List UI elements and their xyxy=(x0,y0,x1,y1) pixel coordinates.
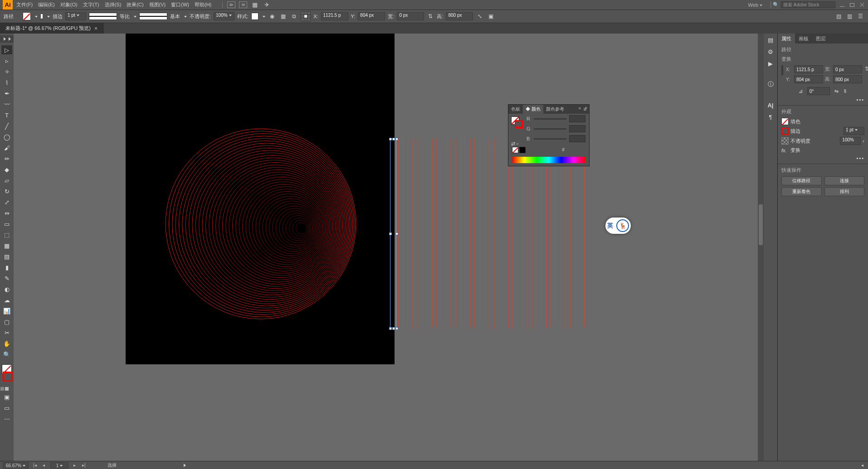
menu-file[interactable]: 文件(F) xyxy=(16,1,33,8)
vertical-scrollbar[interactable] xyxy=(758,34,764,461)
color-fill-stroke[interactable] xyxy=(511,116,523,128)
cb-icon-b[interactable]: ▥ xyxy=(845,12,853,20)
prop-y[interactable] xyxy=(794,75,823,83)
color-tab-swatches[interactable]: 色板 xyxy=(508,105,523,114)
selection-handle[interactable] xyxy=(389,327,392,330)
btn-recolor[interactable]: 重新着色 xyxy=(781,187,822,196)
line-tool[interactable]: ╱ xyxy=(1,121,12,131)
symbol-tool[interactable]: ☁ xyxy=(1,295,12,305)
mesh-tool[interactable]: ▨ xyxy=(1,252,12,261)
panel-icon-properties[interactable]: ▤ xyxy=(765,35,776,44)
hand-tool[interactable]: ✋ xyxy=(1,339,12,348)
nav-first[interactable]: |◂ xyxy=(32,463,38,468)
gradient-tool[interactable]: ▮ xyxy=(1,263,12,272)
width-profile[interactable] xyxy=(89,13,117,20)
panel-icon-para[interactable]: ¶ xyxy=(765,112,776,121)
prop-opacity-sw[interactable] xyxy=(781,137,789,145)
fx-label[interactable]: 变换 xyxy=(790,147,800,154)
transform-icon[interactable]: ⤡ xyxy=(476,12,484,20)
swap-icon[interactable]: ⇄ ▫ xyxy=(511,141,523,147)
more-appearance[interactable]: ••• xyxy=(856,155,864,161)
fill-swatch[interactable] xyxy=(23,12,31,20)
type-tool[interactable]: T xyxy=(1,111,12,120)
btn-arrange[interactable]: 排列 xyxy=(824,187,865,196)
document-close-icon[interactable]: × xyxy=(94,25,98,31)
eyedropper-tool[interactable]: ✎ xyxy=(1,274,12,283)
menu-help[interactable]: 帮助(H) xyxy=(195,1,211,8)
val-r[interactable] xyxy=(569,115,585,122)
w-input[interactable]: 0 px xyxy=(397,12,424,20)
val-b[interactable] xyxy=(569,135,585,142)
isolate-icon[interactable]: ▣ xyxy=(487,12,495,20)
fill-dropdown[interactable] xyxy=(34,14,38,19)
val-g[interactable] xyxy=(569,125,585,132)
slider-b[interactable] xyxy=(534,138,566,140)
stroke-swatch[interactable] xyxy=(41,13,42,19)
brush-def[interactable] xyxy=(139,13,167,20)
btn-offset-path[interactable]: 位移路径 xyxy=(781,176,822,185)
menu-view[interactable]: 视图(V) xyxy=(149,1,166,8)
align-icon[interactable]: ▦ xyxy=(279,12,287,20)
recolor-icon[interactable]: ◉ xyxy=(268,12,276,20)
free-transform-tool[interactable]: ▭ xyxy=(1,219,12,228)
cb-menu-icon[interactable]: ☰ xyxy=(856,12,864,20)
zoom-field[interactable]: 66.67% xyxy=(3,462,29,469)
selection-handle[interactable] xyxy=(395,138,398,140)
panel-icon-play[interactable]: ▶ xyxy=(765,59,776,68)
window-maximize-icon[interactable] xyxy=(849,2,855,8)
selection-handle[interactable] xyxy=(389,138,392,140)
prop-angle[interactable] xyxy=(807,87,830,95)
blob-brush-tool[interactable]: ✏ xyxy=(1,154,12,163)
black-swatch[interactable] xyxy=(519,147,526,153)
flip-v-icon[interactable]: ⥮ xyxy=(843,88,847,94)
pen-tool[interactable]: ✒ xyxy=(1,89,12,98)
prop-x[interactable] xyxy=(794,65,823,73)
blend-tool[interactable]: ◐ xyxy=(1,285,12,294)
flip-h-icon[interactable]: ⇋ xyxy=(834,88,839,94)
menu-edit[interactable]: 编辑(E) xyxy=(38,1,55,8)
selection-handle[interactable] xyxy=(392,138,395,140)
window-minimize-icon[interactable] xyxy=(839,2,845,8)
stroke-label[interactable]: 描边 xyxy=(53,13,63,20)
prop-h[interactable] xyxy=(833,75,862,83)
style-swatch[interactable] xyxy=(251,13,258,20)
artboard-field[interactable]: 1 xyxy=(50,462,68,469)
magic-wand-tool[interactable]: ✧ xyxy=(1,67,12,76)
selection-box[interactable] xyxy=(390,139,396,328)
workspace-switcher[interactable]: Web xyxy=(748,2,762,8)
selection-handle[interactable] xyxy=(395,327,398,330)
panel-icon-gear[interactable]: ⚙ xyxy=(765,47,776,56)
tab-artboards[interactable]: 画板 xyxy=(795,34,812,44)
shape-builder-icon[interactable]: ⧉ xyxy=(290,12,298,20)
shaper-tool[interactable]: ◆ xyxy=(1,165,12,174)
draw-mode[interactable]: ▣ xyxy=(1,392,12,401)
document-tab[interactable]: 未标题-1* @ 66.67% (RGB/GPU 预览) × xyxy=(0,23,103,34)
gpu-icon[interactable]: ✈ xyxy=(263,1,271,8)
status-flyout-icon[interactable] xyxy=(184,464,186,467)
prop-opacity[interactable]: 100% xyxy=(840,137,861,145)
panel-close-icon[interactable]: × xyxy=(585,106,587,111)
style-label[interactable]: 样式: xyxy=(237,13,249,20)
none-swatch[interactable] xyxy=(512,147,518,153)
search-icon[interactable]: 🔍 xyxy=(773,2,779,8)
nav-prev[interactable]: ◂ xyxy=(41,463,47,468)
selection-handle[interactable] xyxy=(389,232,392,235)
window-close-icon[interactable] xyxy=(859,2,865,8)
prop-stroke[interactable] xyxy=(781,127,789,135)
color-panel[interactable]: 色板 ◆ 颜色 颜色参考 « × ≡ ⇄ ▫ R G B # xyxy=(508,104,590,166)
menu-select[interactable]: 选择(S) xyxy=(105,1,122,8)
btn-join[interactable]: 连接 xyxy=(824,176,865,185)
graph-tool[interactable]: 📊 xyxy=(1,306,12,315)
link-wh-icon[interactable]: ⇅ xyxy=(427,13,434,20)
hex-input[interactable] xyxy=(566,147,585,153)
direct-selection-tool[interactable]: ▹ xyxy=(1,56,12,65)
curvature-tool[interactable]: 〰 xyxy=(1,100,12,109)
x-input[interactable]: 1121.5 p xyxy=(321,12,348,20)
zoom-tool[interactable]: 🔍 xyxy=(1,350,12,359)
bridge-icon[interactable]: Br xyxy=(227,1,235,8)
stroke-width-input[interactable]: 1 pt xyxy=(65,12,86,20)
ellipse-tool[interactable]: ◯ xyxy=(1,132,12,141)
menu-window[interactable]: 窗口(W) xyxy=(171,1,189,8)
stock-search[interactable]: 搜索 Adobe Stock xyxy=(781,1,835,8)
perspective-tool[interactable]: ▦ xyxy=(1,241,12,250)
